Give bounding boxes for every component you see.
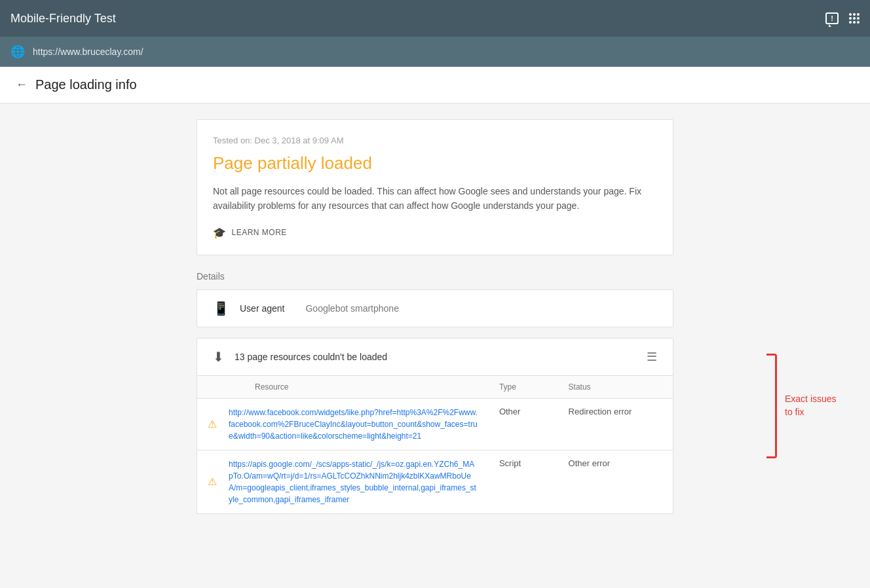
resources-title: 13 page resources couldn't be loaded — [235, 352, 387, 362]
resource-url[interactable]: http://www.facebook.com/widgets/like.php… — [229, 408, 478, 441]
col-status-header: Status — [558, 376, 673, 399]
resources-header-left: ⬇ 13 page resources couldn't be loaded — [213, 349, 387, 365]
col-warning-header — [197, 376, 218, 399]
resources-table: Resource Type Status ⚠ http://www.facebo… — [197, 376, 673, 513]
user-agent-label: User agent — [240, 303, 284, 314]
resource-type-cell: Other — [489, 398, 558, 450]
resource-status-cell: Other error — [558, 450, 673, 513]
download-icon: ⬇ — [213, 349, 224, 365]
user-agent-value: Googlebot smartphone — [305, 303, 398, 314]
resource-type-cell: Script — [489, 450, 558, 513]
test-date: Tested on: Dec 3, 2018 at 9:09 AM — [213, 136, 657, 145]
annotation-text: Exact issues to fix — [785, 393, 844, 418]
app-header: Mobile-Friendly Test ! — [0, 0, 870, 37]
status-title: Page partially loaded — [213, 153, 657, 174]
header-icons: ! — [825, 12, 860, 24]
status-card: Tested on: Dec 3, 2018 at 9:09 AM Page p… — [197, 119, 673, 255]
details-label: Details — [197, 271, 673, 282]
filter-icon[interactable]: ☰ — [647, 350, 657, 364]
resource-status-cell: Redirection error — [558, 398, 673, 450]
resource-url-cell: http://www.facebook.com/widgets/like.php… — [218, 398, 489, 450]
details-section: Details 📱 User agent Googlebot smartphon… — [197, 271, 673, 514]
learn-more-link[interactable]: 🎓 LEARN MORE — [213, 227, 657, 239]
warning-icon: ⚠ — [208, 418, 217, 430]
phone-icon: 📱 — [213, 301, 229, 316]
col-type-header: Type — [489, 376, 558, 399]
app-title: Mobile-Friendly Test — [10, 12, 116, 26]
table-row: ⚠ https://apis.google.com/_/scs/apps-sta… — [197, 450, 673, 513]
back-button[interactable]: ← — [16, 78, 28, 92]
annotation-container: Exact issues to fix — [766, 354, 844, 458]
page-title: Page loading info — [35, 77, 137, 92]
status-description: Not all page resources could be loaded. … — [213, 184, 657, 213]
warning-icon-cell: ⚠ — [197, 398, 218, 450]
warning-icon-cell: ⚠ — [197, 450, 218, 513]
resources-card: ⬇ 13 page resources couldn't be loaded ☰… — [197, 338, 673, 514]
user-agent-card: 📱 User agent Googlebot smartphone — [197, 289, 673, 327]
url-bar: 🌐 https://www.bruceclay.com/ — [0, 37, 870, 67]
col-resource-header: Resource — [218, 376, 489, 399]
feedback-icon[interactable]: ! — [825, 12, 839, 24]
resource-url[interactable]: https://apis.google.com/_/scs/apps-stati… — [229, 460, 476, 504]
warning-icon: ⚠ — [208, 476, 217, 487]
resource-url-cell: https://apis.google.com/_/scs/apps-stati… — [218, 450, 489, 513]
main-content: Tested on: Dec 3, 2018 at 9:09 AM Page p… — [186, 103, 684, 530]
annotation-bracket — [766, 354, 777, 458]
graduation-icon: 🎓 — [213, 227, 227, 239]
table-row: ⚠ http://www.facebook.com/widgets/like.p… — [197, 398, 673, 450]
page-title-bar: ← Page loading info — [0, 67, 870, 103]
learn-more-label: LEARN MORE — [232, 228, 287, 237]
resources-header: ⬇ 13 page resources couldn't be loaded ☰ — [197, 339, 673, 376]
url-display: https://www.bruceclay.com/ — [33, 46, 143, 57]
grid-icon[interactable] — [849, 13, 860, 24]
globe-icon: 🌐 — [10, 45, 25, 59]
